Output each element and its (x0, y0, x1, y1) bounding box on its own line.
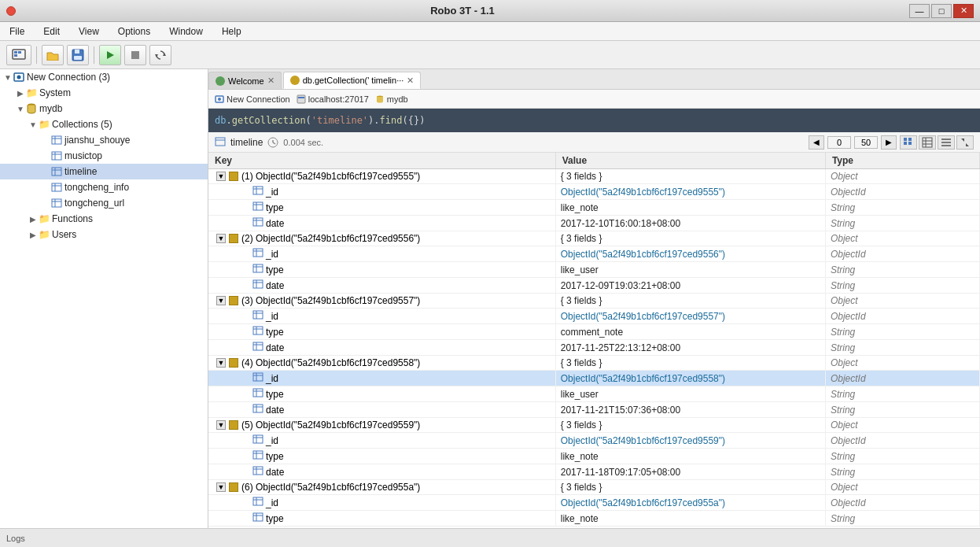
table-cell-value: ObjectId("5a2f49b1cbf6cf197ced9556") (555, 246, 825, 262)
menu-edit[interactable]: Edit (40, 24, 63, 39)
table-cell-value: { 3 fields } (555, 480, 825, 495)
object-icon (228, 171, 239, 182)
refresh-button[interactable] (149, 45, 171, 65)
key-text: date (266, 280, 284, 291)
menu-options[interactable]: Options (115, 24, 153, 39)
expand-button[interactable]: ▼ (216, 172, 226, 181)
collections-label: Collections (5) (52, 119, 112, 130)
sidebar-item-mydb[interactable]: ▼ mydb (0, 101, 208, 116)
table-cell-key: _id (208, 309, 555, 324)
save-button[interactable] (67, 45, 89, 65)
table-cell-key: ▼ (5) ObjectId("5a2f49b1cbf6cf197ced9559… (208, 418, 555, 433)
new-connection-button[interactable] (6, 45, 31, 65)
prev-page-button[interactable]: ◀ (809, 135, 824, 150)
table-view-button[interactable] (919, 135, 936, 150)
sidebar-item-jianshu-shouye[interactable]: ▶ jianshu_shouye (0, 132, 208, 148)
table-cell-type: Object (825, 356, 979, 371)
pagination-controls: ◀ 0 50 ▶ (809, 135, 974, 150)
menu-window[interactable]: Window (166, 24, 206, 39)
tree-view-button[interactable] (900, 135, 917, 150)
table-cell-key: type (208, 449, 555, 464)
table-cell-type: String (825, 511, 979, 527)
sidebar-item-system[interactable]: ▶ 📁 System (0, 85, 208, 101)
sidebar-item-tongcheng-info[interactable]: ▶ tongcheng_info (0, 179, 208, 195)
tab-icon-welcome (216, 76, 225, 86)
key-text: date (266, 342, 284, 353)
menu-file[interactable]: File (6, 24, 28, 39)
object-icon (228, 482, 239, 493)
svg-rect-70 (253, 311, 263, 319)
svg-rect-82 (253, 389, 263, 397)
stop-button[interactable] (124, 45, 146, 65)
table-cell-value: 2017-11-25T22:13:12+08:00 (555, 340, 825, 356)
svg-rect-40 (904, 142, 907, 145)
menu-help[interactable]: Help (219, 24, 245, 39)
expand-button[interactable]: ▼ (216, 358, 226, 368)
window-close-button[interactable]: ✕ (953, 4, 974, 18)
expand-button[interactable]: ▼ (216, 234, 226, 243)
sidebar-item-root-connection[interactable]: ▼ New Connection (3) (0, 69, 208, 85)
tab-welcome[interactable]: Welcome ✕ (208, 72, 282, 89)
sidebar-item-musictop[interactable]: ▶ musictop (0, 148, 208, 164)
run-button[interactable] (99, 45, 121, 65)
next-page-button[interactable]: ▶ (881, 135, 897, 150)
table-icon (50, 150, 63, 162)
table-cell-type: ObjectId (825, 371, 979, 386)
maximize-button[interactable]: □ (931, 4, 952, 18)
page-size-input[interactable]: 50 (854, 136, 878, 149)
svg-point-12 (17, 76, 21, 79)
connection-label: New Connection (3) (27, 72, 110, 83)
menu-view[interactable]: View (76, 24, 102, 39)
table-cell-type: String (825, 449, 979, 464)
sidebar: ▼ New Connection (3) ▶ 📁 System ▼ mydb (0, 69, 208, 528)
table-cell-key: ▼ (3) ObjectId("5a2f49b1cbf6cf197ced9557… (208, 294, 555, 309)
result-collection-name: timeline (230, 137, 263, 148)
sidebar-item-users[interactable]: ▶ 📁 Users (0, 227, 208, 242)
expand-button[interactable]: ▼ (216, 420, 226, 430)
key-text: date (266, 467, 284, 478)
tab-close-query[interactable]: ✕ (407, 76, 414, 86)
sidebar-item-timeline[interactable]: ▶ timeline (0, 164, 208, 179)
sidebar-item-tongcheng-url[interactable]: ▶ tongcheng_url (0, 195, 208, 211)
table-cell-type: String (825, 216, 979, 231)
table-row: _idObjectId("5a2f49b1cbf6cf197ced9558")O… (208, 371, 980, 386)
status-bar: Logs (0, 528, 980, 547)
key-text: type (266, 202, 284, 213)
minimize-button[interactable]: — (909, 4, 930, 18)
connection-icon (13, 71, 25, 83)
key-text: _id (266, 435, 278, 446)
object-icon (228, 357, 239, 368)
svg-rect-91 (253, 451, 263, 459)
open-button[interactable] (42, 45, 64, 65)
page-start-input[interactable]: 0 (827, 136, 851, 149)
svg-point-30 (218, 98, 221, 101)
tab-query[interactable]: db.getCollection(' timelin··· ✕ (283, 72, 422, 89)
expand-button[interactable]: ▼ (216, 296, 226, 305)
key-text: type (266, 327, 284, 338)
sidebar-item-functions[interactable]: ▶ 📁 Functions (0, 211, 208, 227)
svg-rect-6 (74, 56, 82, 60)
table-cell-key: _id (208, 371, 555, 386)
text-view-button[interactable] (938, 135, 955, 150)
table-cell-value: { 3 fields } (555, 356, 825, 371)
close-dot[interactable] (6, 6, 16, 16)
sidebar-item-collections[interactable]: ▼ 📁 Collections (5) (0, 116, 208, 132)
table-cell-key: type (208, 511, 555, 527)
svg-rect-3 (14, 54, 17, 57)
column-header-key: Key (208, 153, 555, 169)
tab-close-welcome[interactable]: ✕ (267, 76, 274, 86)
svg-marker-51 (966, 143, 969, 146)
field-icon (252, 342, 263, 353)
table-cell-key: ▼ (2) ObjectId("5a2f49b1cbf6cf197ced9556… (208, 231, 555, 246)
expand-view-button[interactable] (956, 135, 974, 150)
table-cell-value: ObjectId("5a2f49b1cbf6cf197ced9559") (555, 433, 825, 449)
table-cell-type: ObjectId (825, 433, 979, 449)
titlebar: Robo 3T - 1.1 — □ ✕ (0, 0, 980, 22)
table-row: ▼ (1) ObjectId("5a2f49b1cbf6cf197ced9555… (208, 169, 980, 184)
svg-rect-8 (131, 51, 139, 59)
table-cell-value: { 3 fields } (555, 418, 825, 433)
expand-button[interactable]: ▼ (216, 482, 226, 492)
table-row: typelike_noteString (208, 449, 980, 464)
table-cell-type: ObjectId (825, 184, 979, 200)
time-icon (267, 137, 278, 148)
